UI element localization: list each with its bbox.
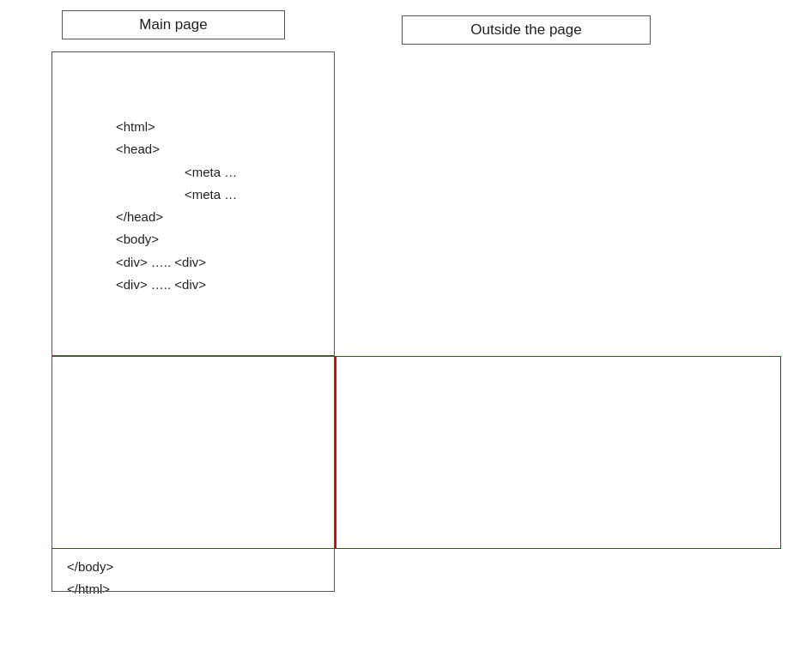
code-line-div1: <div> ….. <div> (116, 251, 237, 274)
code-block: <html> <head> <meta … <meta … </head> <b… (116, 116, 237, 296)
sli-divider (335, 356, 336, 549)
code-line-body-close: </body> (67, 556, 113, 578)
outside-page-label: Outside the page (402, 15, 651, 45)
closing-tags: </body> </html> (67, 556, 113, 601)
diagram-wrapper: Main page Outside the page <html> <head>… (0, 0, 812, 645)
code-line-html: <html> (116, 116, 237, 138)
code-line-html-close: </html> (67, 578, 113, 600)
outside-page-label-text: Outside the page (470, 21, 581, 38)
code-line-head-close: </head> (116, 206, 237, 228)
main-page-top-section: <html> <head> <meta … <meta … </head> <b… (52, 51, 335, 356)
code-line-div2: <div> ….. <div> (116, 274, 237, 296)
code-line-meta2: <meta … (116, 184, 237, 206)
code-line-head: <head> (116, 138, 237, 160)
code-line-meta1: <meta … (116, 161, 237, 184)
code-line-body: <body> (116, 228, 237, 250)
sli-outer-box: <singleLineImageList> Img 1 Img 2 Img 3 … (52, 356, 781, 549)
main-page-label-text: Main page (139, 16, 207, 33)
main-page-label: Main page (62, 10, 285, 39)
